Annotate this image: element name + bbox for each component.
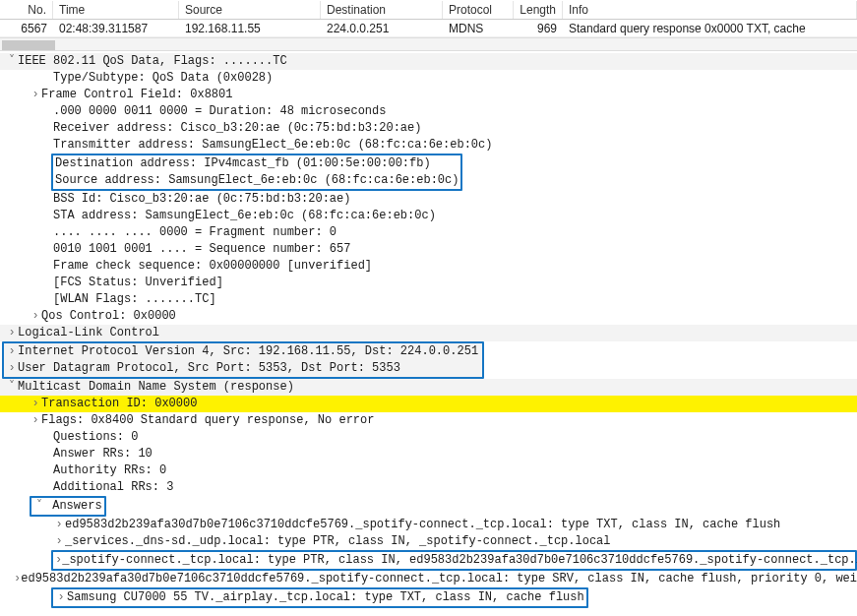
packet-list-hscroll[interactable] [0,37,857,51]
field-label: Answers [52,499,101,513]
field-label: ed9583d2b239afa30d7b0e7106c3710ddcfe5769… [65,517,780,533]
ieee-receiver[interactable]: Receiver address: Cisco_b3:20:ae (0c:75:… [0,120,857,137]
highlight-box-answer-2: › _spotify-connect._tcp.local: type PTR,… [51,550,857,571]
field-label: Frame Control Field: 0x8801 [41,87,232,103]
chevron-right-icon[interactable]: › [14,571,21,587]
field-label: [WLAN Flags: .......TC] [53,291,216,308]
field-label: _services._dns-sd._udp.local: type PTR, … [65,533,611,550]
field-label: STA address: SamsungElect_6e:eb:0c (68:f… [53,208,436,224]
field-label: Logical-Link Control [18,325,159,341]
field-label: Frame check sequence: 0x00000000 [unveri… [53,258,372,275]
col-length[interactable]: Length [514,1,563,19]
col-info[interactable]: Info [563,1,857,19]
mdns-answers-row[interactable]: ˅ Answers [0,496,857,517]
mdns-authority-rrs[interactable]: Authority RRs: 0 [0,462,857,479]
ieee-duration[interactable]: .000 0000 0011 0000 = Duration: 48 micro… [0,103,857,120]
field-label: Questions: 0 [53,429,138,446]
ieee-source[interactable]: Source address: SamsungElect_6e:eb:0c (6… [53,172,460,189]
field-label: Qos Control: 0x0000 [41,308,176,325]
packet-row[interactable]: 6567 02:48:39.311587 192.168.11.55 224.0… [0,20,857,37]
mdns-answer-0[interactable]: › ed9583d2b239afa30d7b0e7106c3710ddcfe57… [0,517,857,533]
ieee-header-row[interactable]: ˅ IEEE 802.11 QoS Data, Flags: .......TC [0,53,857,70]
ieee-destination[interactable]: Destination address: IPv4mcast_fb (01:00… [53,155,460,172]
field-label: Authority RRs: 0 [53,462,166,479]
col-no[interactable]: No. [0,1,53,19]
field-label: Flags: 0x8400 Standard query response, N… [41,412,374,429]
field-label: BSS Id: Cisco_b3:20:ae (0c:75:bd:b3:20:a… [53,191,350,208]
mdns-flags[interactable]: › Flags: 0x8400 Standard query response,… [0,412,857,429]
ieee-fcf[interactable]: › Frame Control Field: 0x8801 [0,87,857,103]
chevron-right-icon[interactable]: › [30,308,41,325]
chevron-right-icon[interactable]: › [55,589,67,606]
field-label: Receiver address: Cisco_b3:20:ae (0c:75:… [53,120,421,137]
col-destination[interactable]: Destination [321,1,443,19]
field-label: .000 0000 0011 0000 = Duration: 48 micro… [53,103,386,120]
chevron-right-icon[interactable]: › [6,325,18,341]
hscroll-thumb[interactable] [2,40,55,50]
chevron-down-icon[interactable]: ˅ [6,379,18,396]
chevron-right-icon[interactable]: › [53,533,65,550]
ieee-sequence[interactable]: 0010 1001 0001 .... = Sequence number: 6… [0,241,857,258]
mdns-answer-4[interactable]: › Samsung CU7000 55 TV._airplay._tcp.loc… [53,589,586,606]
mdns-questions[interactable]: Questions: 0 [0,429,857,446]
chevron-right-icon[interactable]: › [53,517,65,533]
field-label: Multicast Domain Name System (response) [18,379,294,396]
field-label: Type/Subtype: QoS Data (0x0028) [53,70,273,87]
field-label: Transmitter address: SamsungElect_6e:eb:… [53,137,492,154]
mdns-additional-rrs[interactable]: Additional RRs: 3 [0,479,857,496]
cell-source: 192.168.11.55 [179,21,321,36]
ieee-wlan-flags[interactable]: [WLAN Flags: .......TC] [0,291,857,308]
highlight-box-ipudp: › Internet Protocol Version 4, Src: 192.… [2,341,484,379]
udp-header[interactable]: › User Datagram Protocol, Src Port: 5353… [4,360,482,377]
field-label: Samsung CU7000 55 TV._airplay._tcp.local… [67,589,584,606]
highlight-box-answer-4: › Samsung CU7000 55 TV._airplay._tcp.loc… [51,587,588,608]
field-label: User Datagram Protocol, Src Port: 5353, … [18,360,400,377]
chevron-down-icon[interactable]: ˅ [6,53,18,70]
ieee-qos[interactable]: › Qos Control: 0x0000 [0,308,857,325]
llc-header[interactable]: › Logical-Link Control [0,325,857,341]
ieee-header: IEEE 802.11 QoS Data, Flags: .......TC [18,53,287,70]
field-label: .... .... .... 0000 = Fragment number: 0 [53,224,337,241]
col-source[interactable]: Source [179,1,321,19]
col-time[interactable]: Time [53,1,179,19]
ieee-fcs-status[interactable]: [FCS Status: Unverified] [0,275,857,291]
field-label: 0010 1001 0001 .... = Sequence number: 6… [53,241,350,258]
mdns-tid[interactable]: › Transaction ID: 0x0000 [0,396,857,412]
cell-time: 02:48:39.311587 [53,21,179,36]
packet-list-header: No. Time Source Destination Protocol Len… [0,0,857,20]
chevron-right-icon[interactable]: › [6,360,18,377]
packet-details: ˅ IEEE 802.11 QoS Data, Flags: .......TC… [0,51,857,614]
chevron-right-icon[interactable]: › [30,87,41,103]
field-label: Source address: SamsungElect_6e:eb:0c (6… [55,172,459,189]
field-label: Answer RRs: 10 [53,446,153,462]
mdns-answer-rrs[interactable]: Answer RRs: 10 [0,446,857,462]
cell-length: 969 [514,21,563,36]
mdns-answer-3[interactable]: › ed9583d2b239afa30d7b0e7106c3710ddcfe57… [0,571,857,587]
cell-info: Standard query response 0x0000 TXT, cach… [563,21,857,36]
col-protocol[interactable]: Protocol [443,1,514,19]
field-label: ed9583d2b239afa30d7b0e7106c3710ddcfe5769… [21,571,857,587]
mdns-answer-1[interactable]: › _services._dns-sd._udp.local: type PTR… [0,533,857,550]
mdns-header-row[interactable]: ˅ Multicast Domain Name System (response… [0,379,857,396]
highlight-box-answers-label: ˅ Answers [30,496,106,517]
ieee-transmitter[interactable]: Transmitter address: SamsungElect_6e:eb:… [0,137,857,154]
field-label: Transaction ID: 0x0000 [41,396,197,412]
field-label: Internet Protocol Version 4, Src: 192.16… [18,343,478,360]
ieee-bssid[interactable]: BSS Id: Cisco_b3:20:ae (0c:75:bd:b3:20:a… [0,191,857,208]
cell-protocol: MDNS [443,21,514,36]
mdns-answer-2[interactable]: › _spotify-connect._tcp.local: type PTR,… [53,552,855,569]
cell-destination: 224.0.0.251 [321,21,443,36]
ieee-sta[interactable]: STA address: SamsungElect_6e:eb:0c (68:f… [0,208,857,224]
ipv4-header[interactable]: › Internet Protocol Version 4, Src: 192.… [4,343,482,360]
chevron-right-icon[interactable]: › [30,412,41,429]
field-label: _spotify-connect._tcp.local: type PTR, c… [62,552,857,569]
ieee-fcs[interactable]: Frame check sequence: 0x00000000 [unveri… [0,258,857,275]
field-label: [FCS Status: Unverified] [53,275,223,291]
chevron-right-icon[interactable]: › [30,396,41,412]
chevron-right-icon[interactable]: › [6,343,18,360]
ieee-type-subtype[interactable]: Type/Subtype: QoS Data (0x0028) [0,70,857,87]
chevron-down-icon[interactable]: ˅ [33,498,45,515]
highlight-box-addresses: Destination address: IPv4mcast_fb (01:00… [51,154,462,191]
field-label: Destination address: IPv4mcast_fb (01:00… [55,155,431,172]
ieee-fragment[interactable]: .... .... .... 0000 = Fragment number: 0 [0,224,857,241]
